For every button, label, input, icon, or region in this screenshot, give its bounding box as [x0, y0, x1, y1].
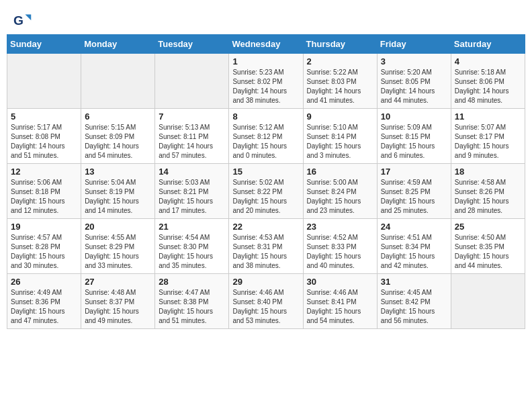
day-info: Sunrise: 4:46 AM Sunset: 8:40 PM Dayligh…: [232, 288, 299, 326]
day-number: 11: [455, 111, 521, 122]
day-number: 18: [455, 167, 521, 177]
day-info: Sunrise: 4:58 AM Sunset: 8:26 PM Dayligh…: [455, 178, 521, 216]
day-info: Sunrise: 5:09 AM Sunset: 8:15 PM Dayligh…: [381, 123, 447, 161]
calendar-cell: 17Sunrise: 4:59 AM Sunset: 8:25 PM Dayli…: [377, 164, 451, 219]
day-number: 27: [85, 277, 151, 287]
day-number: 6: [85, 111, 151, 122]
day-info: Sunrise: 5:04 AM Sunset: 8:19 PM Dayligh…: [85, 178, 151, 216]
calendar-cell: 11Sunrise: 5:07 AM Sunset: 8:17 PM Dayli…: [451, 109, 525, 164]
week-row-4: 19Sunrise: 4:57 AM Sunset: 8:28 PM Dayli…: [7, 219, 525, 274]
day-number: 26: [11, 277, 77, 287]
day-number: 20: [85, 222, 151, 232]
day-number: 10: [381, 111, 447, 122]
day-info: Sunrise: 5:22 AM Sunset: 8:03 PM Dayligh…: [307, 68, 373, 105]
day-number: 15: [232, 167, 299, 177]
day-info: Sunrise: 5:02 AM Sunset: 8:22 PM Dayligh…: [232, 178, 299, 216]
calendar-cell: 28Sunrise: 4:47 AM Sunset: 8:38 PM Dayli…: [155, 274, 229, 329]
day-number: 23: [307, 222, 373, 232]
week-row-1: 1Sunrise: 5:23 AM Sunset: 8:02 PM Daylig…: [7, 54, 525, 109]
calendar-cell: 3Sunrise: 5:20 AM Sunset: 8:05 PM Daylig…: [377, 54, 451, 109]
day-info: Sunrise: 4:47 AM Sunset: 8:38 PM Dayligh…: [159, 288, 225, 326]
calendar-cell: 10Sunrise: 5:09 AM Sunset: 8:15 PM Dayli…: [377, 109, 451, 164]
day-number: 19: [11, 222, 77, 232]
calendar-cell: 2Sunrise: 5:22 AM Sunset: 8:03 PM Daylig…: [303, 54, 377, 109]
day-number: 1: [232, 56, 299, 66]
calendar-cell: 6Sunrise: 5:15 AM Sunset: 8:09 PM Daylig…: [81, 109, 155, 164]
day-info: Sunrise: 5:18 AM Sunset: 8:06 PM Dayligh…: [455, 68, 521, 105]
day-info: Sunrise: 4:52 AM Sunset: 8:33 PM Dayligh…: [307, 233, 373, 271]
day-number: 31: [381, 277, 447, 287]
calendar-cell: 8Sunrise: 5:12 AM Sunset: 8:12 PM Daylig…: [229, 109, 303, 164]
calendar-cell: 9Sunrise: 5:10 AM Sunset: 8:14 PM Daylig…: [303, 109, 377, 164]
days-header-row: SundayMondayTuesdayWednesdayThursdayFrid…: [7, 35, 525, 54]
calendar-cell: 4Sunrise: 5:18 AM Sunset: 8:06 PM Daylig…: [451, 54, 525, 109]
day-header-tuesday: Tuesday: [155, 35, 229, 54]
day-number: 28: [159, 277, 225, 287]
day-header-thursday: Thursday: [303, 35, 377, 54]
day-info: Sunrise: 4:54 AM Sunset: 8:30 PM Dayligh…: [159, 233, 225, 271]
calendar-cell: 23Sunrise: 4:52 AM Sunset: 8:33 PM Dayli…: [303, 219, 377, 274]
day-info: Sunrise: 4:50 AM Sunset: 8:35 PM Dayligh…: [455, 233, 521, 271]
day-info: Sunrise: 4:59 AM Sunset: 8:25 PM Dayligh…: [381, 178, 447, 216]
calendar-cell: 5Sunrise: 5:17 AM Sunset: 8:08 PM Daylig…: [7, 109, 81, 164]
day-info: Sunrise: 5:07 AM Sunset: 8:17 PM Dayligh…: [455, 123, 521, 161]
week-row-5: 26Sunrise: 4:49 AM Sunset: 8:36 PM Dayli…: [7, 274, 525, 329]
day-info: Sunrise: 4:46 AM Sunset: 8:41 PM Dayligh…: [307, 288, 373, 326]
day-number: 12: [11, 167, 77, 177]
calendar-cell: 24Sunrise: 4:51 AM Sunset: 8:34 PM Dayli…: [377, 219, 451, 274]
calendar-cell: [451, 274, 525, 329]
calendar-cell: [7, 54, 81, 109]
day-header-friday: Friday: [377, 35, 451, 54]
day-info: Sunrise: 4:49 AM Sunset: 8:36 PM Dayligh…: [11, 288, 77, 326]
day-number: 14: [159, 167, 225, 177]
week-row-2: 5Sunrise: 5:17 AM Sunset: 8:08 PM Daylig…: [7, 109, 525, 164]
calendar-cell: 14Sunrise: 5:03 AM Sunset: 8:21 PM Dayli…: [155, 164, 229, 219]
calendar-cell: 25Sunrise: 4:50 AM Sunset: 8:35 PM Dayli…: [451, 219, 525, 274]
day-info: Sunrise: 5:13 AM Sunset: 8:11 PM Dayligh…: [159, 123, 225, 161]
day-info: Sunrise: 5:12 AM Sunset: 8:12 PM Dayligh…: [232, 123, 299, 161]
day-number: 13: [85, 167, 151, 177]
day-number: 17: [381, 167, 447, 177]
day-info: Sunrise: 5:23 AM Sunset: 8:02 PM Dayligh…: [232, 68, 299, 105]
day-number: 3: [381, 56, 447, 66]
calendar-cell: [81, 54, 155, 109]
day-number: 9: [307, 111, 373, 122]
calendar-cell: 19Sunrise: 4:57 AM Sunset: 8:28 PM Dayli…: [7, 219, 81, 274]
day-info: Sunrise: 5:00 AM Sunset: 8:24 PM Dayligh…: [307, 178, 373, 216]
calendar-cell: 15Sunrise: 5:02 AM Sunset: 8:22 PM Dayli…: [229, 164, 303, 219]
day-info: Sunrise: 4:57 AM Sunset: 8:28 PM Dayligh…: [11, 233, 77, 271]
page-header: G: [7, 7, 525, 34]
calendar-cell: 18Sunrise: 4:58 AM Sunset: 8:26 PM Dayli…: [451, 164, 525, 219]
day-info: Sunrise: 5:10 AM Sunset: 8:14 PM Dayligh…: [307, 123, 373, 161]
day-number: 30: [307, 277, 373, 287]
day-number: 8: [232, 111, 299, 122]
day-number: 16: [307, 167, 373, 177]
day-header-monday: Monday: [81, 35, 155, 54]
day-info: Sunrise: 5:03 AM Sunset: 8:21 PM Dayligh…: [159, 178, 225, 216]
day-info: Sunrise: 5:20 AM Sunset: 8:05 PM Dayligh…: [381, 68, 447, 105]
day-number: 25: [455, 222, 521, 232]
day-info: Sunrise: 4:48 AM Sunset: 8:37 PM Dayligh…: [85, 288, 151, 326]
day-info: Sunrise: 4:51 AM Sunset: 8:34 PM Dayligh…: [381, 233, 447, 271]
calendar-table: SundayMondayTuesdayWednesdayThursdayFrid…: [7, 34, 525, 329]
day-info: Sunrise: 4:53 AM Sunset: 8:31 PM Dayligh…: [232, 233, 299, 271]
day-header-sunday: Sunday: [7, 35, 81, 54]
day-number: 5: [11, 111, 77, 122]
day-info: Sunrise: 5:17 AM Sunset: 8:08 PM Dayligh…: [11, 123, 77, 161]
calendar-cell: 26Sunrise: 4:49 AM Sunset: 8:36 PM Dayli…: [7, 274, 81, 329]
calendar-cell: 20Sunrise: 4:55 AM Sunset: 8:29 PM Dayli…: [81, 219, 155, 274]
day-info: Sunrise: 5:15 AM Sunset: 8:09 PM Dayligh…: [85, 123, 151, 161]
calendar-cell: 21Sunrise: 4:54 AM Sunset: 8:30 PM Dayli…: [155, 219, 229, 274]
day-number: 7: [159, 111, 225, 122]
calendar-cell: 27Sunrise: 4:48 AM Sunset: 8:37 PM Dayli…: [81, 274, 155, 329]
calendar-cell: 16Sunrise: 5:00 AM Sunset: 8:24 PM Dayli…: [303, 164, 377, 219]
day-number: 2: [307, 56, 373, 66]
logo-icon: G: [13, 12, 32, 31]
calendar-cell: [155, 54, 229, 109]
day-info: Sunrise: 5:06 AM Sunset: 8:18 PM Dayligh…: [11, 178, 77, 216]
day-info: Sunrise: 4:45 AM Sunset: 8:42 PM Dayligh…: [381, 288, 447, 326]
day-header-saturday: Saturday: [451, 35, 525, 54]
calendar-cell: 12Sunrise: 5:06 AM Sunset: 8:18 PM Dayli…: [7, 164, 81, 219]
day-number: 4: [455, 56, 521, 66]
svg-marker-1: [26, 15, 32, 21]
